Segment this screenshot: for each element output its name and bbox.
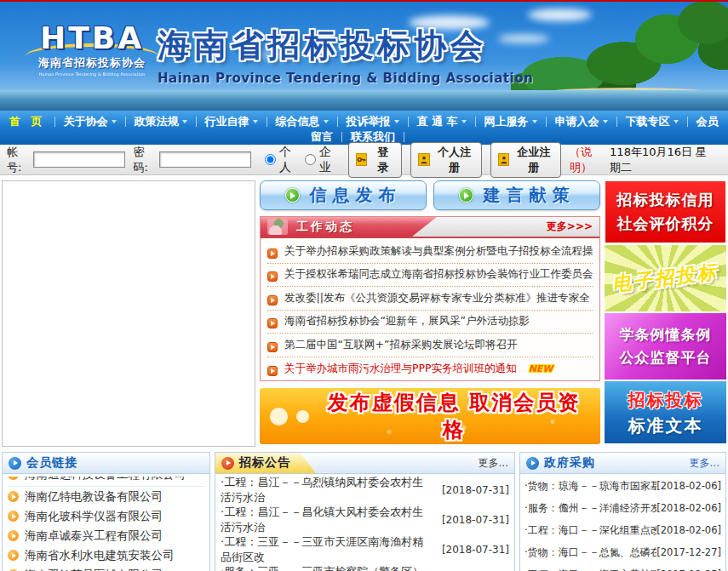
- table-row[interactable]: ·服务：儋州－－洋浦经济开发 [2018-02-06]: [525, 497, 721, 519]
- main-content: 信息发布 建言献策 工作动态 更多>>> 关于举办招标采购政策解读与典型案例分析…: [0, 175, 728, 447]
- table-row[interactable]: ·工程：昌江－－昌化镇大风村委会农村生活污水治 [2018-07-31]: [221, 505, 509, 534]
- tender-notices-title: 招标公告: [239, 455, 290, 471]
- account-label: 帐号:: [7, 145, 31, 175]
- password-input[interactable]: [159, 151, 251, 168]
- table-row[interactable]: ·工程：海口－－深化组重点改 [2018-02-06]: [525, 519, 721, 541]
- nav-item-general-info[interactable]: 综合信息: [270, 114, 335, 129]
- nav-divider: [337, 117, 338, 127]
- work-news-tab: 工作动态: [261, 217, 437, 237]
- table-row[interactable]: ·服务：三亚－－三亚市检察院（警务区）改造工程: [221, 564, 509, 571]
- nav-item-complaints[interactable]: 投诉举报: [341, 114, 405, 129]
- list-item[interactable]: 海南化玻科学仪器有限公司: [8, 506, 204, 526]
- public-supervision-banner[interactable]: 学条例懂条例 公众监督平台: [605, 313, 726, 380]
- table-row[interactable]: ·货物：海口－－总氮、总磷在 [2017-12-27]: [525, 541, 721, 563]
- list-item[interactable]: 海南双鸽药品医械有限公司: [8, 565, 204, 571]
- nav-item-member[interactable]: 会员: [691, 114, 725, 129]
- content-placeholder-box: [2, 180, 255, 447]
- news-item[interactable]: 海南省招标投标协会“迎新年，展风采”户外活动掠影: [267, 311, 593, 334]
- personal-radio-input[interactable]: [265, 154, 276, 165]
- gov-procurement-more-link[interactable]: 更多...: [690, 456, 719, 471]
- tender-notices-more-link[interactable]: 更多...: [479, 456, 508, 471]
- table-row[interactable]: ·货物：琼海－－琼海市国家基 [2018-02-06]: [525, 475, 721, 497]
- work-news-panel: 工作动态 更多>>> 关于举办招标采购政策解读与典型案例分析暨电子招投标全流程操…: [260, 216, 600, 381]
- member-links-list: 海南通达科技设备工程有限公司 海南亿特电教设备有限公司 海南化玻科学仪器有限公司…: [3, 474, 209, 571]
- news-item[interactable]: 关于授权张希瑞同志成立海南省招标投标协会装饰行业工作委员会的: [267, 264, 593, 288]
- site-header: HTBA 海南省招标投标协会 Hainan Province Tendering…: [0, 2, 728, 111]
- login-bar: 帐号: 密码: 个人 企业 登 录 个人注册 企业注册 （说明） 118年10月…: [0, 145, 728, 175]
- nav-item-apply-membership[interactable]: 申请入会: [549, 114, 614, 129]
- list-item[interactable]: 海南通达科技设备工程有限公司: [8, 477, 204, 487]
- gov-procurement-title: 政府采购: [544, 455, 595, 471]
- enterprise-radio[interactable]: 企业: [305, 145, 340, 175]
- site-title: 海南省招标投标协会 Hainan Province Tendering & Bi…: [158, 24, 533, 86]
- date-value: [2017-12-27]: [656, 546, 721, 558]
- bottom-panels: 会员链接 海南通达科技设备工程有限公司 海南亿特电教设备有限公司 海南化玻科学仪…: [0, 447, 728, 571]
- date-value: [2018-02-06]: [656, 524, 721, 536]
- arrow-bullet-icon: [8, 477, 19, 480]
- date-value: [2018-07-31]: [436, 544, 509, 556]
- chevron-down-icon: [532, 120, 537, 123]
- arrow-bullet-icon: [8, 491, 19, 502]
- note-link[interactable]: （说明）: [570, 145, 610, 175]
- site-title-chinese: 海南省招标投标协会: [158, 24, 533, 67]
- arrow-bullet-icon: [267, 271, 278, 282]
- arrow-bullet-icon: [267, 248, 278, 259]
- nav-row-1: 首 页 关于协会 政策法规 行业自律 综合信息 投诉举报 直 通 车 网上服务 …: [0, 113, 728, 130]
- nav-item-downloads[interactable]: 下载专区: [620, 114, 685, 129]
- date-value: [2018-02-06]: [656, 502, 721, 514]
- login-button[interactable]: 登 录: [348, 142, 403, 178]
- logo-english-name: Hainan Province Tendering & Bidding Asso…: [34, 71, 150, 77]
- news-item[interactable]: 关于举办招标采购政策解读与典型案例分析暨电子招投标全流程操作: [267, 240, 593, 264]
- personal-register-button[interactable]: 个人注册: [410, 142, 481, 178]
- suggestions-button[interactable]: 建言献策: [433, 180, 600, 210]
- nav-divider: [546, 117, 547, 127]
- enterprise-register-button[interactable]: 企业注册: [490, 142, 561, 178]
- arrow-bullet-icon: [267, 366, 278, 376]
- ocean-strip: [0, 90, 728, 111]
- date-value: [2018-07-31]: [436, 514, 509, 526]
- list-item[interactable]: 海南卓诚泰兴工程有限公司: [8, 526, 204, 545]
- password-label: 密码:: [134, 145, 158, 175]
- nav-divider: [616, 117, 617, 127]
- warning-banner-text: 发布虚假信息 取消会员资格: [318, 389, 590, 443]
- palm-icon: [267, 219, 288, 235]
- nav-item-self-discipline[interactable]: 行业自律: [199, 114, 264, 129]
- news-item[interactable]: 发改委||发布《公共资源交易评标专家专业分类标准》推进专家全: [267, 287, 593, 311]
- table-row[interactable]: ·工程：海口－－海口市美兰区 [2017-12-25]: [525, 563, 721, 571]
- chevron-down-icon: [674, 120, 679, 123]
- new-badge: NEW: [529, 363, 553, 374]
- gov-procurement-list: ·货物：琼海－－琼海市国家基 [2018-02-06] ·服务：儋州－－洋浦经济…: [520, 474, 725, 571]
- arrow-bullet-icon: [8, 550, 19, 561]
- nav-item-policies[interactable]: 政策法规: [129, 114, 193, 129]
- nav-item-express[interactable]: 直 通 车: [411, 114, 473, 129]
- nav-item-member-message[interactable]: 留言: [305, 129, 339, 145]
- list-item[interactable]: 海南亿特电教设备有限公司: [8, 487, 204, 506]
- work-news-title: 工作动态: [296, 220, 354, 235]
- date-value: [2018-02-06]: [656, 480, 721, 492]
- nav-divider: [341, 132, 342, 142]
- site-title-english: Hainan Province Tendering & Bidding Asso…: [158, 71, 533, 86]
- work-news-more-link[interactable]: 更多>>>: [547, 220, 599, 234]
- chevron-down-icon: [182, 120, 187, 123]
- main-navigation: 首 页 关于协会 政策法规 行业自律 综合信息 投诉举报 直 通 车 网上服务 …: [0, 111, 728, 145]
- personal-radio[interactable]: 个人: [265, 145, 300, 175]
- nav-item-about[interactable]: 关于协会: [58, 114, 123, 129]
- logo-acronym: HTBA: [24, 20, 160, 55]
- warning-banner[interactable]: 发布虚假信息 取消会员资格: [260, 388, 600, 444]
- banner-dot-decoration: [296, 410, 309, 423]
- table-row[interactable]: ·工程：昌江－－乌烈镇纳凤村委会农村生活污水治 [2018-07-31]: [221, 475, 509, 505]
- enterprise-radio-input[interactable]: [305, 154, 316, 165]
- site-logo[interactable]: HTBA 海南省招标投标协会 Hainan Province Tendering…: [24, 20, 160, 77]
- nav-item-home[interactable]: 首 页: [3, 114, 52, 129]
- credit-score-banner[interactable]: 招标投标信用 社会评价积分: [605, 180, 726, 243]
- table-row[interactable]: ·工程：三亚－－三亚市天涯区南海渔村精品街区改 [2018-07-31]: [221, 534, 509, 564]
- list-item[interactable]: 海南省水利水电建筑安装公司: [8, 545, 204, 565]
- info-release-button[interactable]: 信息发布: [260, 180, 427, 210]
- quick-buttons: 信息发布 建言献策: [260, 180, 600, 210]
- standard-documents-banner[interactable]: 招标投标 标准文本: [605, 381, 726, 443]
- news-item-highlighted[interactable]: 关于举办城市雨污水治理与PPP实务培训班的通知 NEW: [267, 357, 593, 381]
- nav-item-online-services[interactable]: 网上服务: [479, 114, 543, 129]
- account-input[interactable]: [33, 151, 125, 168]
- e-tendering-banner[interactable]: 电子招投标: [605, 245, 726, 311]
- news-item[interactable]: 第二届中国“互联网+”招标采购发展论坛即将召开: [267, 334, 593, 357]
